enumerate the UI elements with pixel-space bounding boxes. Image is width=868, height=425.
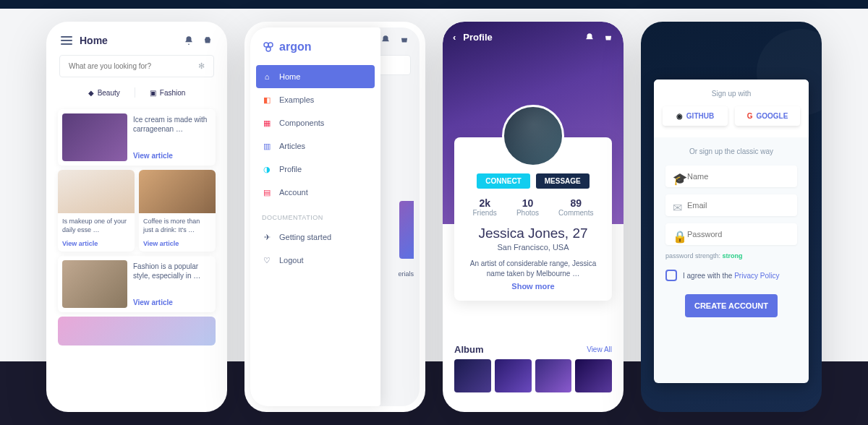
or-label: Or sign up the classic way [665, 147, 797, 155]
components-icon: ▦ [262, 118, 272, 128]
shop-icon: ⌂ [262, 72, 272, 82]
mail-icon: ✉ [673, 201, 681, 210]
article-title: Ice cream is made with carrageenan … [133, 115, 210, 134]
nav-item-getting-started[interactable]: ✈Getting started [250, 226, 380, 249]
nav-item-profile[interactable]: ◑Profile [250, 158, 380, 181]
articles-icon: ▥ [262, 141, 272, 151]
email-input[interactable]: ✉ [665, 194, 797, 216]
signup-with-label: Sign up with [663, 90, 800, 98]
agree-row: I agree with the Privacy Policy [665, 270, 797, 281]
password-strength: password strength: strong [665, 252, 797, 259]
google-button[interactable]: GGOOGLE [735, 106, 800, 126]
view-all-link[interactable]: View All [587, 345, 612, 353]
article-title: Is makeup one of your daily esse … [62, 218, 130, 234]
article-thumb [58, 170, 135, 213]
stat-photos: 10Photos [516, 197, 539, 217]
lock-icon: 🔒 [673, 230, 681, 239]
article-thumb [62, 260, 127, 308]
password-input[interactable]: 🔒 [665, 223, 797, 245]
nav-item-articles[interactable]: ▥Articles [250, 134, 380, 158]
profile-location: San Francisco, USA [463, 243, 603, 252]
category-tabs: ◆Beauty ▣Fashion [52, 85, 221, 105]
github-button[interactable]: ◉GITHUB [663, 106, 728, 126]
stats-row: 2kFriends 10Photos 89Comments [463, 197, 603, 217]
tab-beauty[interactable]: ◆Beauty [88, 87, 120, 98]
article-thumb [58, 317, 216, 345]
diamond-icon: ◆ [88, 89, 94, 97]
view-article-link[interactable]: View article [133, 299, 210, 306]
signup-card: Sign up with ◉GITHUB GGOOGLE Or sign up … [654, 80, 809, 383]
article-title: Fashion is a popular style, especially i… [133, 262, 210, 280]
article-card[interactable]: Ice cream is made with carrageenan … Vie… [58, 109, 216, 166]
search-settings-icon[interactable]: ✻ [198, 61, 205, 71]
album-title: Album [454, 344, 483, 355]
basket-icon[interactable] [603, 33, 613, 43]
basket-icon[interactable] [399, 35, 409, 45]
profile-bio: An artist of considerable range, Jessica… [463, 259, 603, 279]
bag-icon: ▣ [150, 89, 156, 97]
view-article-link[interactable]: View article [133, 152, 210, 160]
basket-icon[interactable] [203, 35, 213, 46]
name-input[interactable]: 🎓 [665, 166, 797, 187]
nav-drawer: argon ⌂Home ◧Examples ▦Components ▥Artic… [250, 27, 380, 406]
svg-point-0 [264, 43, 268, 47]
nav-item-logout[interactable]: ♡Logout [250, 249, 380, 272]
show-more-link[interactable]: Show more [463, 282, 603, 291]
bell-icon[interactable] [184, 35, 194, 46]
svg-point-2 [266, 47, 271, 51]
bg-label: erials [398, 270, 414, 278]
album-item[interactable] [535, 359, 572, 392]
search-input[interactable]: ✻ [59, 55, 214, 77]
stat-comments: 89Comments [558, 197, 593, 217]
view-article-link[interactable]: View article [62, 240, 130, 247]
back-icon[interactable]: ‹ [453, 32, 456, 43]
agree-checkbox[interactable] [665, 270, 677, 281]
google-icon: G [747, 112, 753, 120]
message-button[interactable]: MESSAGE [536, 173, 590, 189]
nav-item-account[interactable]: ▤Account [250, 181, 380, 204]
github-icon: ◉ [676, 112, 683, 120]
article-title: Coffee is more than just a drink: It's … [143, 218, 211, 234]
page-title: Profile [463, 32, 492, 43]
view-article-link[interactable]: View article [143, 240, 211, 247]
article-thumb [62, 113, 127, 161]
calendar-icon: ▤ [262, 187, 272, 197]
hamburger-icon[interactable] [61, 36, 72, 45]
avatar[interactable] [502, 105, 564, 167]
rocket-icon: ✈ [262, 232, 272, 242]
argon-logo-icon [262, 40, 275, 53]
chart-icon: ◑ [262, 164, 272, 174]
bell-icon[interactable] [380, 35, 391, 45]
svg-point-1 [268, 43, 273, 47]
phone-signup: Sign up with ◉GITHUB GGOOGLE Or sign up … [641, 22, 822, 412]
article-card[interactable]: Fashion is a popular style, especially i… [58, 256, 216, 312]
tab-separator [135, 87, 135, 98]
album-item[interactable] [575, 359, 612, 392]
header: Home [52, 27, 221, 52]
hat-icon: 🎓 [673, 172, 681, 181]
nav-item-examples[interactable]: ◧Examples [250, 88, 380, 111]
bell-icon[interactable] [584, 33, 595, 43]
nav-item-home[interactable]: ⌂Home [256, 65, 375, 88]
article-card[interactable]: Coffee is more than just a drink: It's …… [139, 170, 216, 252]
article-card[interactable]: Is makeup one of your daily esse … View … [58, 170, 135, 252]
brand-logo[interactable]: argon [250, 38, 380, 65]
search-field[interactable] [69, 62, 198, 70]
nav-item-components[interactable]: ▦Components [250, 111, 380, 134]
logout-icon: ♡ [262, 255, 272, 265]
album-item[interactable] [495, 359, 532, 392]
profile-card: CONNECT MESSAGE 2kFriends 10Photos 89Com… [454, 137, 612, 301]
phone-profile: ‹ Profile CONNECT MESSAGE 2kFriends 10Ph… [443, 22, 624, 412]
bg-card-edge [399, 201, 414, 259]
tab-fashion[interactable]: ▣Fashion [150, 87, 186, 98]
album-section: Album View All [454, 344, 612, 392]
create-account-button[interactable]: CREATE ACCOUNT [685, 294, 777, 317]
brand-text: argon [279, 40, 311, 53]
nav-section-label: DOCUMENTATION [250, 204, 380, 226]
connect-button[interactable]: CONNECT [477, 173, 529, 189]
phone-drawer: erials argon ⌂Home ◧Examples ▦Components… [244, 22, 425, 412]
album-item[interactable] [454, 359, 491, 392]
privacy-link[interactable]: Privacy Policy [734, 272, 779, 280]
profile-header: ‹ Profile [453, 32, 613, 43]
profile-name: Jessica Jones, 27 [463, 226, 603, 241]
